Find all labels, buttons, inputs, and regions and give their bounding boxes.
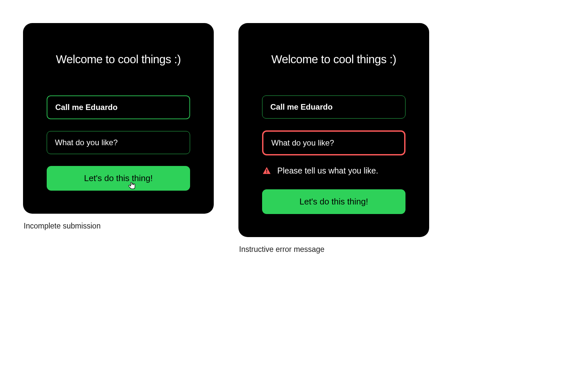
- error-message-row: Please tell us what you like.: [262, 166, 405, 176]
- card-title: Welcome to cool things :): [47, 53, 190, 66]
- submit-button[interactable]: Let's do this thing!: [47, 166, 190, 191]
- svg-rect-1: [266, 172, 267, 173]
- form-card-left: Welcome to cool things :) Let's do this …: [23, 23, 214, 214]
- example-error: Welcome to cool things :) Please tell us…: [238, 23, 429, 254]
- form-card-right: Welcome to cool things :) Please tell us…: [238, 23, 429, 237]
- error-message-text: Please tell us what you like.: [277, 166, 378, 176]
- submit-button-label: Let's do this thing!: [300, 197, 368, 206]
- like-input[interactable]: [262, 130, 405, 155]
- submit-button[interactable]: Let's do this thing!: [262, 189, 405, 214]
- name-input[interactable]: [262, 95, 405, 119]
- example-caption: Incomplete submission: [23, 222, 214, 230]
- example-caption: Instructive error message: [238, 245, 429, 254]
- submit-button-label: Let's do this thing!: [84, 173, 153, 183]
- svg-rect-0: [266, 169, 267, 172]
- name-input[interactable]: [47, 95, 190, 119]
- like-input[interactable]: [47, 131, 190, 154]
- card-title: Welcome to cool things :): [262, 53, 405, 66]
- warning-icon: [262, 166, 271, 176]
- example-incomplete: Welcome to cool things :) Let's do this …: [23, 23, 214, 230]
